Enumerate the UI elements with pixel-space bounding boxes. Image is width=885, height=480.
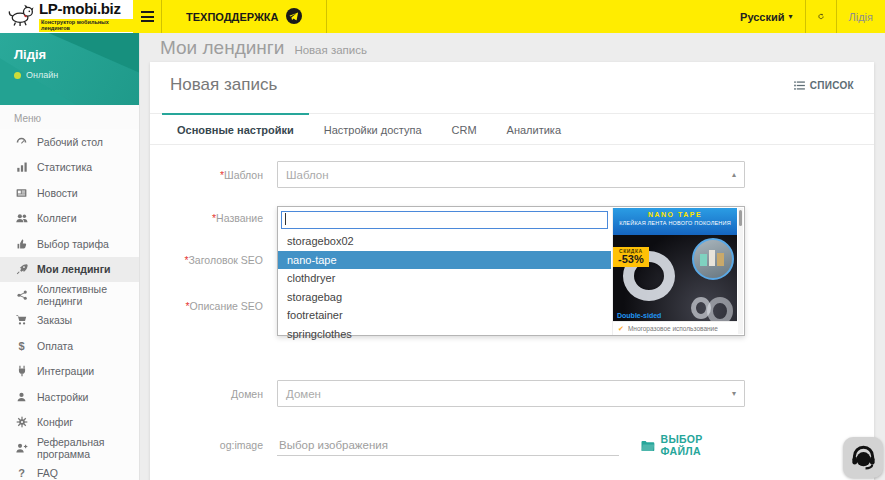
breadcrumb-current: Новая запись: [294, 44, 367, 56]
check-icon: ✔: [618, 325, 624, 333]
domain-label: Домен: [170, 388, 263, 400]
tab-access-settings[interactable]: Настройки доступа: [309, 113, 437, 144]
topbar-yellow: ТЕХПОДДЕРЖКА Русский ▾ Лідія: [133, 0, 885, 33]
option-clothdryer[interactable]: clothdryer: [278, 269, 611, 288]
option-springclothes[interactable]: springclothes: [278, 325, 611, 344]
page-title: Новая запись: [170, 75, 277, 95]
gear-icon: [14, 416, 29, 428]
sidebar-nav: Рабочий стол Статистика Новости Коллеги …: [0, 129, 139, 480]
template-search-input[interactable]: [281, 211, 608, 229]
template-options: storagebox02 nano-tape clothdryer storag…: [278, 232, 611, 343]
logo-subtitle: Конструктор мобильных лендингов: [39, 19, 133, 32]
folder-icon: [641, 440, 655, 451]
sidebar: Лідія Онлайн Меню Рабочий стол Статистик…: [0, 33, 140, 480]
thumbs-up-icon: [14, 238, 29, 250]
caret-up-icon: ▴: [732, 170, 736, 179]
stats-icon: [14, 161, 29, 173]
refresh-button[interactable]: [806, 0, 836, 33]
seo-description-label: *Описание SEO: [170, 300, 263, 312]
preview-inset-photo: [692, 238, 734, 280]
option-footretainer[interactable]: footretainer: [278, 306, 611, 325]
choose-file-button[interactable]: ВЫБОР ФАЙЛА: [641, 433, 745, 457]
sidebar-item-orders[interactable]: Заказы: [0, 308, 139, 334]
content-card: Новая запись СПИСОК Основные настройки Н…: [150, 62, 874, 480]
sidebar-user-panel: Лідія Онлайн: [0, 33, 139, 105]
sidebar-item-my-landings[interactable]: Мои лендинги: [0, 257, 139, 283]
language-label: Русский: [740, 11, 784, 23]
sidebar-item-tariff[interactable]: Выбор тарифа: [0, 231, 139, 257]
sidebar-item-settings[interactable]: Настройки: [0, 384, 139, 410]
preview-feature: Многоразовое использование: [628, 325, 718, 332]
sidebar-item-news[interactable]: Новости: [0, 180, 139, 206]
preview-product-image: СКИДКА -53% Double-sided: [613, 235, 737, 321]
dropdown-scrollbar[interactable]: [738, 208, 743, 334]
sidebar-username: Лідія: [14, 47, 139, 62]
plug-icon: [14, 365, 29, 377]
option-nano-tape[interactable]: nano-tape: [278, 251, 611, 270]
list-icon: [794, 81, 805, 90]
tabs: Основные настройки Настройки доступа CRM…: [150, 113, 874, 145]
sidebar-item-colleagues[interactable]: Коллеги: [0, 206, 139, 232]
dashboard-icon: [14, 135, 29, 148]
seo-title-label: *Заголовок SEO: [170, 254, 263, 266]
cart-icon: [14, 314, 29, 326]
preview-subtitle: КЛЕЙКАЯ ЛЕНТА НОВОГО ПОКОЛЕНИЯ: [613, 220, 737, 226]
logo[interactable]: LP-mobi.biz Конструктор мобильных лендин…: [0, 0, 133, 33]
breadcrumb: Мои лендинги Новая запись: [140, 33, 885, 62]
online-status-label: Онлайн: [26, 70, 58, 80]
og-image-input[interactable]: [277, 435, 619, 456]
chevron-down-icon: ▾: [789, 12, 793, 21]
caret-down-icon: ▾: [732, 389, 736, 398]
online-status-dot: [14, 72, 21, 79]
template-label: *Шаблон: [170, 169, 263, 181]
headset-icon: [850, 444, 877, 471]
option-storagebox02[interactable]: storagebox02: [278, 232, 611, 251]
support-chat-widget[interactable]: [843, 437, 883, 478]
share-icon: [14, 289, 29, 301]
option-storagebag[interactable]: storagebag: [278, 288, 611, 307]
support-label: ТЕХПОДДЕРЖКА: [186, 11, 279, 23]
sidebar-item-payment[interactable]: $ Оплата: [0, 333, 139, 359]
dollar-icon: $: [14, 340, 29, 352]
support-button[interactable]: ТЕХПОДДЕРЖКА: [162, 0, 326, 33]
sidebar-item-config[interactable]: Конфиг: [0, 410, 139, 436]
list-button[interactable]: СПИСОК: [794, 80, 854, 91]
tab-crm[interactable]: CRM: [437, 113, 492, 144]
sidebar-item-collective-landings[interactable]: Коллективные лендинги: [0, 282, 139, 308]
preview-title: NANO TAPE: [613, 211, 737, 218]
hamburger-menu-icon[interactable]: [133, 0, 161, 33]
tab-main-settings[interactable]: Основные настройки: [162, 113, 309, 144]
template-select[interactable]: Шаблон ▴: [277, 161, 745, 188]
news-icon: [14, 187, 29, 199]
og-image-label: og:image: [170, 439, 263, 451]
name-label: *Название: [170, 212, 263, 224]
sidebar-item-integrations[interactable]: Интеграции: [0, 359, 139, 385]
sidebar-item-faq[interactable]: ? FAQ: [0, 461, 139, 480]
colleagues-icon: [14, 212, 29, 224]
question-icon: ?: [14, 467, 29, 479]
topbar-username[interactable]: Лідія: [837, 0, 885, 33]
language-selector[interactable]: Русский ▾: [728, 0, 804, 33]
user-icon: [14, 391, 29, 403]
logo-title: LP-mobi.biz: [39, 0, 121, 17]
template-dropdown: storagebox02 nano-tape clothdryer storag…: [277, 206, 745, 336]
dog-logo-icon: [8, 3, 34, 31]
preview-caption: Double-sided: [617, 312, 661, 319]
tab-analytics[interactable]: Аналитика: [492, 113, 576, 144]
user-plus-icon: [14, 442, 29, 454]
rocket-icon: [14, 263, 29, 275]
breadcrumb-section: Мои лендинги: [160, 37, 284, 59]
sidebar-item-dashboard[interactable]: Рабочий стол: [0, 129, 139, 155]
template-preview: NANO TAPE КЛЕЙКАЯ ЛЕНТА НОВОГО ПОКОЛЕНИЯ…: [612, 208, 737, 335]
telegram-icon: [286, 8, 302, 26]
refresh-icon: [818, 10, 824, 23]
sidebar-item-referral[interactable]: Реферальная программа: [0, 435, 139, 461]
form: *Шаблон Шаблон ▴ s: [150, 145, 874, 457]
domain-select[interactable]: Домен ▾: [277, 380, 745, 407]
discount-badge: СКИДКА -53%: [613, 247, 649, 267]
main-content: Мои лендинги Новая запись Новая запись С…: [140, 33, 885, 480]
sidebar-item-statistics[interactable]: Статистика: [0, 155, 139, 181]
topbar: LP-mobi.biz Конструктор мобильных лендин…: [0, 0, 885, 33]
menu-section-label: Меню: [0, 105, 139, 129]
